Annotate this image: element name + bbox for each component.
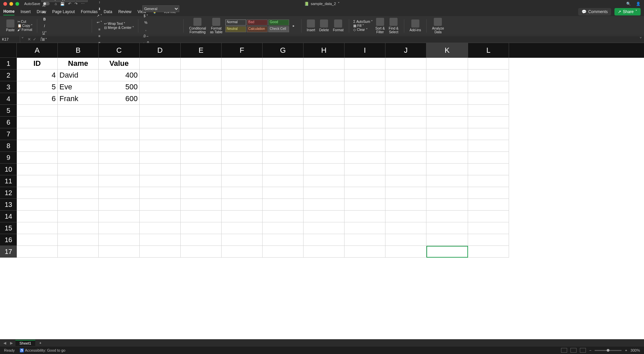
cell-D9[interactable] [140, 152, 181, 164]
cell-B13[interactable] [58, 199, 99, 211]
add-sheet-button[interactable]: + [37, 341, 44, 345]
column-header-A[interactable]: A [17, 43, 58, 58]
row-header-6[interactable]: 6 [0, 117, 17, 128]
cell-D10[interactable] [140, 164, 181, 175]
cell-J11[interactable] [385, 175, 426, 187]
cell-C11[interactable] [99, 175, 140, 187]
cell-L9[interactable] [468, 152, 509, 164]
row-header-16[interactable]: 16 [0, 234, 17, 246]
cut-button[interactable]: ✂ Cut [17, 20, 33, 24]
cell-F7[interactable] [222, 128, 263, 140]
fill-button[interactable]: ▦ Fill ˅ [353, 24, 373, 28]
cell-G3[interactable] [263, 81, 304, 93]
cell-F11[interactable] [222, 175, 263, 187]
cell-G1[interactable] [263, 58, 304, 70]
column-header-D[interactable]: D [140, 43, 181, 58]
cell-E15[interactable] [181, 222, 222, 234]
cell-H13[interactable] [304, 199, 344, 211]
cell-J14[interactable] [385, 211, 426, 222]
cell-A1[interactable]: ID [17, 58, 58, 70]
cell-G10[interactable] [263, 164, 304, 175]
cell-C15[interactable] [99, 222, 140, 234]
cell-A12[interactable] [17, 187, 58, 199]
cell-K8[interactable] [426, 140, 468, 152]
cell-G9[interactable] [263, 152, 304, 164]
select-all-button[interactable] [0, 43, 17, 58]
row-header-1[interactable]: 1 [0, 58, 17, 70]
tab-data[interactable]: Data [104, 8, 112, 15]
cell-B12[interactable] [58, 187, 99, 199]
page-layout-view-button[interactable] [570, 348, 577, 353]
cell-B11[interactable] [58, 175, 99, 187]
cell-H17[interactable] [304, 246, 344, 258]
cell-J12[interactable] [385, 187, 426, 199]
cell-L6[interactable] [468, 117, 509, 128]
cell-B8[interactable] [58, 140, 99, 152]
minimize-window-button[interactable] [9, 2, 13, 6]
cell-G17[interactable] [263, 246, 304, 258]
format-as-table-button[interactable]: Format as Table [209, 18, 224, 34]
cell-D5[interactable] [140, 105, 181, 117]
cell-I11[interactable] [344, 175, 385, 187]
clear-button[interactable]: ◇ Clear ˅ [353, 28, 373, 32]
cell-D1[interactable] [140, 58, 181, 70]
style-bad[interactable]: Bad [247, 19, 268, 26]
cell-H12[interactable] [304, 187, 344, 199]
style-normal[interactable]: Normal [225, 19, 246, 26]
cell-F17[interactable] [222, 246, 263, 258]
cell-G2[interactable] [263, 70, 304, 81]
delete-cells-button[interactable]: Delete [318, 19, 330, 32]
cell-B4[interactable]: Frank [58, 93, 99, 105]
cell-D15[interactable] [140, 222, 181, 234]
cell-A11[interactable] [17, 175, 58, 187]
cell-I3[interactable] [344, 81, 385, 93]
cell-H7[interactable] [304, 128, 344, 140]
cell-L11[interactable] [468, 175, 509, 187]
cell-L8[interactable] [468, 140, 509, 152]
format-painter-button[interactable]: 🖌 Format [17, 28, 33, 32]
cell-B7[interactable] [58, 128, 99, 140]
cell-H1[interactable] [304, 58, 344, 70]
cell-A3[interactable]: 5 [17, 81, 58, 93]
cell-C12[interactable] [99, 187, 140, 199]
cell-D16[interactable] [140, 234, 181, 246]
cell-I13[interactable] [344, 199, 385, 211]
cell-A17[interactable] [17, 246, 58, 258]
cell-F1[interactable] [222, 58, 263, 70]
cell-A16[interactable] [17, 234, 58, 246]
cell-B1[interactable]: Name [58, 58, 99, 70]
cell-C6[interactable] [99, 117, 140, 128]
cell-K2[interactable] [426, 70, 468, 81]
style-good[interactable]: Good [268, 19, 289, 26]
cell-B9[interactable] [58, 152, 99, 164]
cell-D11[interactable] [140, 175, 181, 187]
cell-B6[interactable] [58, 117, 99, 128]
cell-H15[interactable] [304, 222, 344, 234]
cell-D14[interactable] [140, 211, 181, 222]
cell-I12[interactable] [344, 187, 385, 199]
addins-button[interactable]: Add-ins [408, 19, 422, 32]
cell-J6[interactable] [385, 117, 426, 128]
cell-K5[interactable] [426, 105, 468, 117]
align-bottom-button[interactable]: ⬇ [96, 5, 103, 12]
cell-I4[interactable] [344, 93, 385, 105]
cell-C13[interactable] [99, 199, 140, 211]
cell-F3[interactable] [222, 81, 263, 93]
expand-formula-icon[interactable]: ˅ [637, 36, 644, 43]
cell-K10[interactable] [426, 164, 468, 175]
cell-F6[interactable] [222, 117, 263, 128]
cell-G13[interactable] [263, 199, 304, 211]
cell-F14[interactable] [222, 211, 263, 222]
style-neutral[interactable]: Neutral [225, 26, 246, 32]
cell-G5[interactable] [263, 105, 304, 117]
cell-L15[interactable] [468, 222, 509, 234]
cell-E6[interactable] [181, 117, 222, 128]
cell-F5[interactable] [222, 105, 263, 117]
cell-J3[interactable] [385, 81, 426, 93]
cell-C7[interactable] [99, 128, 140, 140]
zoom-slider[interactable] [595, 350, 622, 351]
cell-A6[interactable] [17, 117, 58, 128]
styles-more-button[interactable]: ▸ [290, 23, 297, 29]
cell-K7[interactable] [426, 128, 468, 140]
cell-E13[interactable] [181, 199, 222, 211]
